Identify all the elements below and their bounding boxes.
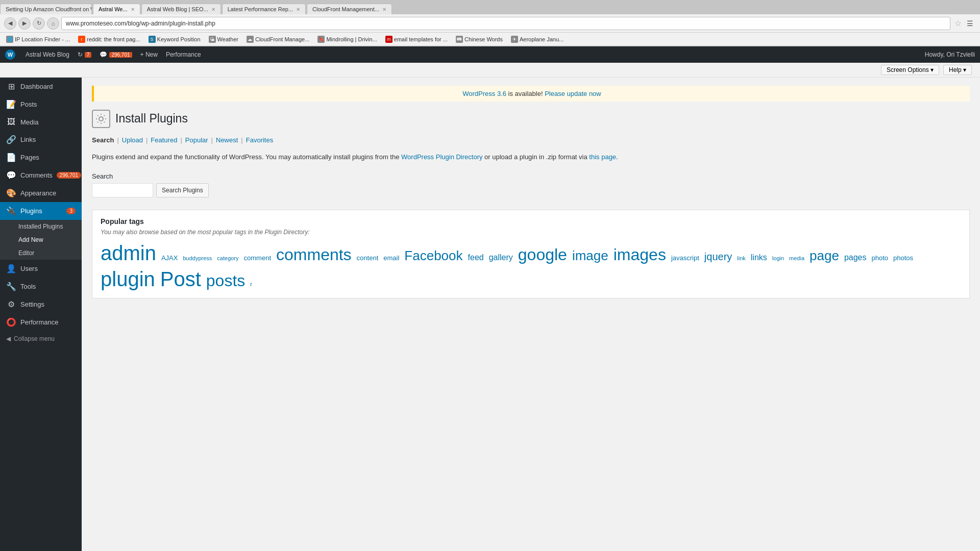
tag-javascript[interactable]: javascript (671, 254, 699, 262)
forward-button[interactable]: ▶ (18, 17, 31, 30)
search-plugins-button[interactable]: Search Plugins (156, 183, 209, 197)
tag-links[interactable]: links (751, 253, 767, 262)
bookmark-email[interactable]: m email templates for ... (383, 35, 450, 44)
tag-login[interactable]: login (772, 255, 784, 261)
tag-link[interactable]: link (737, 255, 746, 261)
home-button[interactable]: ⌂ (47, 17, 59, 30)
sidebar-item-users[interactable]: 👤 Users (0, 260, 82, 278)
tag-ajax[interactable]: AJAX (161, 254, 178, 262)
this-page-link[interactable]: this page (589, 153, 616, 161)
subnav-popular[interactable]: Popular (185, 136, 208, 144)
tab-3-close[interactable]: ✕ (211, 7, 215, 12)
sidebar-item-settings[interactable]: ⚙ Settings (0, 295, 82, 313)
tag-content[interactable]: content (357, 254, 379, 262)
browser-tab-3[interactable]: Astral Web Blog | SEO... ✕ (141, 4, 221, 14)
tag-page[interactable]: page (810, 248, 839, 264)
admin-bar-new[interactable]: + New (140, 51, 158, 58)
admin-bar-performance[interactable]: Performance (166, 51, 201, 58)
admin-bar-comments[interactable]: 💬 296,701 (100, 51, 132, 58)
tag-admin[interactable]: admin (101, 242, 156, 265)
wp-logo[interactable]: W (5, 49, 15, 60)
bookmark-chinese[interactable]: 📖 Chinese Words (454, 35, 505, 44)
admin-bar-updates[interactable]: ↻ 7 (78, 51, 92, 58)
address-bar[interactable] (61, 17, 950, 30)
sidebar-item-appearance[interactable]: 🎨 Appearance (0, 184, 82, 202)
subnav-featured[interactable]: Featured (151, 136, 177, 144)
bookmark-weather[interactable]: 🌤 Weather (207, 35, 240, 44)
tag-comments[interactable]: comments (276, 245, 352, 264)
popular-tags-title: Popular tags (101, 217, 961, 226)
tag-image[interactable]: image (572, 248, 608, 264)
browser-tab-4[interactable]: Latest Performance Rep... ✕ (222, 4, 306, 14)
bookmark-star[interactable]: ☆ (954, 18, 962, 28)
reload-button[interactable]: ↻ (33, 17, 45, 30)
performance-icon: ⭕ (6, 317, 16, 327)
tag-plugin[interactable]: plugin (101, 268, 155, 291)
admin-bar-performance-label: Performance (166, 51, 201, 58)
sidebar-label-comments: Comments (20, 171, 53, 179)
subnav-newest[interactable]: Newest (216, 136, 238, 144)
tag-buddypress[interactable]: buddypress (183, 255, 212, 261)
sidebar-item-links[interactable]: 🔗 Links (0, 131, 82, 148)
tag-email[interactable]: email (383, 254, 399, 262)
media-icon: 🖼 (6, 117, 16, 127)
bookmark-mindrolling[interactable]: 🔖 Mindrolling | Drivin... (315, 35, 379, 44)
tag-photo[interactable]: photo (871, 254, 888, 262)
tag-facebook[interactable]: Facebook (404, 248, 462, 264)
sidebar-item-performance[interactable]: ⭕ Performance (0, 313, 82, 331)
tag-media[interactable]: media (789, 255, 804, 261)
sidebar-item-dashboard[interactable]: ⊞ Dashboard (0, 78, 82, 95)
sidebar-item-pages[interactable]: 📄 Pages (0, 148, 82, 166)
sidebar-item-comments[interactable]: 💬 Comments 296,701 (0, 166, 82, 184)
tag-comment[interactable]: comment (244, 254, 271, 262)
wp-version-link[interactable]: WordPress 3.6 (462, 90, 506, 97)
browser-tab-5[interactable]: CloudFront Management... ✕ (307, 4, 392, 14)
wp-plugin-directory-link[interactable]: WordPress Plugin Directory (401, 153, 482, 161)
tag-post[interactable]: Post (160, 268, 201, 291)
bookmark-ip-location[interactable]: 🌐 IP Location Finder - ... (4, 35, 72, 44)
tag-jquery[interactable]: jquery (704, 251, 732, 263)
sidebar-item-posts[interactable]: 📝 Posts (0, 95, 82, 113)
subnav-favorites[interactable]: Favorites (246, 136, 273, 144)
tab-2-close[interactable]: ✕ (131, 7, 135, 12)
bookmark-aeroplane[interactable]: ✈ Aeroplane Janu... (509, 35, 566, 44)
tab-4-close[interactable]: ✕ (296, 7, 300, 12)
browser-tab-2[interactable]: Astral We... ✕ (93, 4, 140, 14)
submenu-add-new[interactable]: Add New (0, 233, 82, 246)
sidebar-label-posts: Posts (20, 101, 37, 108)
tab-3-title: Astral Web Blog | SEO... (147, 6, 208, 12)
submenu-editor[interactable]: Editor (0, 246, 82, 260)
tools-icon: 🔧 (6, 282, 16, 291)
subnav-upload[interactable]: Upload (122, 136, 143, 144)
bookmark-weather-label: Weather (217, 36, 238, 42)
tab-5-close[interactable]: ✕ (382, 7, 386, 12)
tag-category[interactable]: category (217, 255, 238, 261)
collapse-menu-button[interactable]: ◀ Collapse menu (0, 331, 82, 346)
please-update-link[interactable]: Please update now (545, 90, 601, 97)
plugins-submenu: Installed Plugins Add New Editor (0, 220, 82, 260)
back-button[interactable]: ◀ (4, 17, 16, 30)
bookmark-cloudfront[interactable]: ☁ CloudFront Manage... (244, 35, 311, 44)
subnav-search[interactable]: Search (92, 136, 114, 144)
browser-menu-button[interactable]: ☰ (964, 17, 976, 30)
sidebar-item-plugins[interactable]: 🔌 Plugins 3 (0, 202, 82, 220)
tag-r[interactable]: r (250, 281, 252, 287)
tag-feed[interactable]: feed (468, 253, 484, 262)
admin-bar-new-label: + New (140, 51, 158, 58)
tag-pages[interactable]: pages (844, 253, 867, 262)
tag-google[interactable]: google (518, 245, 567, 264)
sidebar-item-media[interactable]: 🖼 Media (0, 113, 82, 131)
help-button[interactable]: Help ▾ (943, 65, 972, 75)
admin-bar-site[interactable]: Astral Web Blog (26, 51, 69, 58)
tag-gallery[interactable]: gallery (489, 253, 513, 262)
tag-photos[interactable]: photos (893, 254, 913, 262)
browser-tab-1[interactable]: Setting Up Amazon Cloudfront on Wordpres… (0, 4, 92, 14)
bookmark-reddit[interactable]: r reddit: the front pag... (76, 35, 142, 44)
tag-posts[interactable]: posts (206, 271, 245, 290)
bookmark-keyword[interactable]: S Keyword Position (146, 35, 203, 44)
sidebar-item-tools[interactable]: 🔧 Tools (0, 278, 82, 295)
screen-options-button[interactable]: Screen Options ▾ (881, 65, 939, 75)
submenu-installed-plugins[interactable]: Installed Plugins (0, 220, 82, 233)
tag-images[interactable]: images (614, 245, 666, 264)
search-input[interactable] (92, 183, 153, 197)
